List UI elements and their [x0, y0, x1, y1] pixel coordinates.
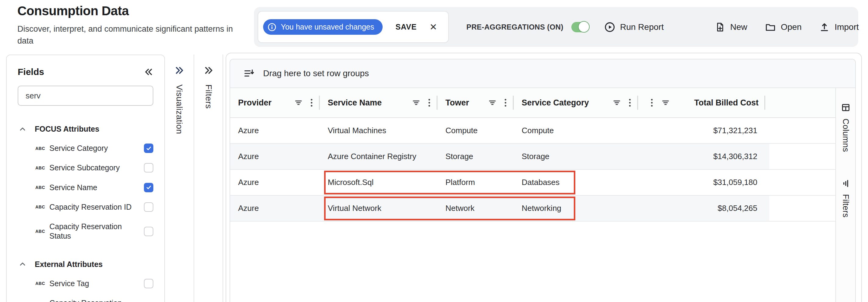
cell-tower: Storage: [437, 144, 514, 169]
field-item-capacity-reservation-id[interactable]: ABC Capacity Reservation ID: [18, 202, 153, 212]
cell-service-name: Azure Container Registry: [320, 144, 437, 169]
field-item-service-subcategory[interactable]: ABC Service Subcategory: [18, 163, 153, 172]
import-button[interactable]: Import: [819, 22, 859, 32]
text-type-icon: ABC: [35, 204, 50, 209]
table-row: Azure Azure Container Registry Storage S…: [230, 144, 835, 170]
text-type-icon: ABC: [35, 281, 50, 286]
checkbox-unchecked[interactable]: [144, 202, 153, 212]
filter-icon[interactable]: [613, 98, 621, 107]
row-groups-icon: [244, 68, 254, 79]
cell-total-billed-cost: $14,306,312: [638, 144, 765, 169]
info-icon: [268, 23, 277, 32]
filter-icon[interactable]: [412, 98, 421, 107]
panel-tab-visualization[interactable]: Visualization: [165, 55, 194, 302]
unsaved-changes-badge: You have unsaved changes: [263, 19, 383, 35]
toolbar: You have unsaved changes SAVE ✕ PRE-AGGR…: [254, 7, 858, 47]
column-header-service-name[interactable]: Service Name: [320, 88, 437, 117]
side-tab-filters[interactable]: Filters: [841, 179, 850, 217]
table-row-highlighted: Azure Microsoft.Sql Platform Databases $…: [230, 170, 835, 196]
open-button[interactable]: Open: [765, 22, 802, 33]
field-item-capacity-reservation-status[interactable]: ABC Capacity Reservation Status: [18, 222, 153, 241]
cell-provider: Azure: [230, 144, 320, 169]
fields-panel-title: Fields: [18, 67, 44, 77]
cell-provider: Azure: [230, 118, 320, 143]
text-type-icon: ABC: [35, 146, 50, 151]
fields-section-focus: FOCUS Attributes ABC Service Category AB…: [18, 125, 153, 241]
section-label: External Attributes: [35, 260, 103, 269]
filters-tab-label: Filters: [204, 85, 213, 109]
filter-icon[interactable]: [661, 98, 670, 107]
collapse-panel-icon[interactable]: [144, 67, 153, 76]
cell-provider: Azure: [230, 196, 320, 221]
new-label: New: [730, 22, 747, 32]
side-tab-columns[interactable]: Columns: [841, 103, 850, 152]
row-groups-drop-zone[interactable]: Drag here to set row groups: [230, 60, 855, 88]
cell-tower: Compute: [437, 118, 514, 143]
page-subtitle: Discover, interpret, and communicate sig…: [18, 23, 245, 47]
folder-icon: [765, 22, 776, 33]
filter-icon: [841, 179, 850, 188]
column-header-provider[interactable]: Provider: [230, 88, 320, 117]
cell-service-category: Storage: [514, 144, 638, 169]
checkbox-unchecked[interactable]: [144, 163, 153, 172]
section-header-external[interactable]: External Attributes: [18, 260, 153, 269]
column-menu-icon[interactable]: [310, 98, 313, 107]
pre-aggregations-group: PRE-AGGREGATIONS (ON): [466, 22, 588, 32]
chevron-double-right-icon: [204, 66, 213, 75]
column-menu-icon[interactable]: [650, 98, 653, 107]
field-item-service-tag[interactable]: ABC Service Tag: [18, 279, 153, 288]
column-header-service-category[interactable]: Service Category: [514, 88, 638, 117]
column-menu-icon[interactable]: [628, 98, 631, 107]
column-header-total-billed-cost[interactable]: Total Billed Cost: [638, 88, 765, 117]
checkbox-unchecked[interactable]: [144, 227, 153, 236]
grid-side-bar: Columns Filters: [835, 88, 855, 302]
import-label: Import: [834, 22, 859, 32]
column-menu-icon[interactable]: [504, 98, 507, 107]
page-title: Consumption Data: [18, 4, 245, 18]
field-item-capacity-reservation-status-derived[interactable]: ABC Capacity Reservation Status (Derived…: [18, 298, 153, 302]
toggle-knob: [578, 21, 590, 33]
filter-icon[interactable]: [294, 98, 303, 107]
save-button[interactable]: SAVE: [396, 23, 416, 31]
field-item-service-category[interactable]: ABC Service Category: [18, 143, 153, 153]
section-header-focus[interactable]: FOCUS Attributes: [18, 125, 153, 133]
grid-rows-area: Provider Service Name Tower: [230, 88, 835, 302]
play-icon: [604, 22, 615, 33]
cell-service-category: Compute: [514, 118, 638, 143]
app-page: Consumption Data Discover, interpret, an…: [0, 0, 868, 302]
unsaved-changes-label: You have unsaved changes: [281, 23, 374, 31]
run-report-button[interactable]: Run Report: [604, 22, 664, 33]
column-header-tower[interactable]: Tower: [437, 88, 514, 117]
page-header: Consumption Data Discover, interpret, an…: [18, 4, 245, 47]
table-row-highlighted: Azure Virtual Network Network Networking…: [230, 196, 835, 222]
checkbox-checked[interactable]: [144, 143, 153, 153]
drop-zone-label: Drag here to set row groups: [263, 69, 369, 78]
data-grid: Drag here to set row groups Provider Ser…: [229, 59, 856, 302]
table-row: Azure Virtual Machines Compute Compute $…: [230, 118, 835, 144]
chevron-double-right-icon: [175, 66, 184, 75]
fields-search-input[interactable]: [18, 86, 153, 106]
close-icon[interactable]: ✕: [430, 23, 437, 32]
visualization-tab-label: Visualization: [175, 85, 184, 134]
new-button[interactable]: New: [715, 22, 747, 32]
section-label: FOCUS Attributes: [35, 125, 99, 133]
column-menu-icon[interactable]: [428, 98, 431, 107]
checkbox-unchecked[interactable]: [144, 279, 153, 288]
checkbox-checked[interactable]: [144, 183, 153, 192]
pre-aggregations-label: PRE-AGGREGATIONS (ON): [466, 23, 563, 31]
text-type-icon: ABC: [35, 165, 50, 170]
text-type-icon: ABC: [35, 185, 50, 190]
cell-total-billed-cost: $8,054,265: [638, 196, 765, 221]
field-item-service-name[interactable]: ABC Service Name: [18, 183, 153, 192]
highlight-annotation-box: [324, 197, 575, 220]
panel-tab-filters-left[interactable]: Filters: [194, 55, 223, 302]
file-actions: New Open Import Export: [715, 22, 868, 33]
fields-panel: Fields FOCUS Attributes ABC Service Cate…: [6, 55, 165, 302]
cell-total-billed-cost: $71,321,231: [638, 118, 765, 143]
main-content-card: Drag here to set row groups Provider Ser…: [226, 53, 862, 302]
chevron-up-icon: [19, 261, 26, 268]
highlight-annotation-box: [324, 171, 575, 194]
pre-aggregations-toggle[interactable]: [571, 22, 588, 32]
open-label: Open: [781, 22, 802, 32]
filter-icon[interactable]: [488, 98, 497, 107]
